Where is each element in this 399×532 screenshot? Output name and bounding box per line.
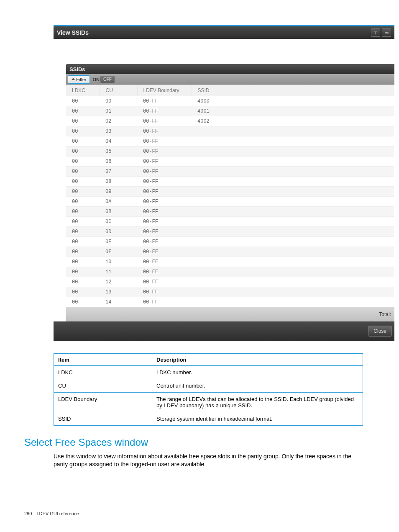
col-cu-header[interactable]: CU <box>100 85 137 96</box>
table-row[interactable]: 001000-FF <box>66 257 394 267</box>
table-row[interactable]: 001200-FF <box>66 277 394 287</box>
cell-cu: 12 <box>100 277 137 287</box>
ref-row: LDEV BoundaryThe range of LDEVs that can… <box>54 393 363 412</box>
cell-boundary: 00-FF <box>137 96 192 106</box>
cell-ssid <box>192 217 221 227</box>
cell-ldkc: 00 <box>66 126 100 136</box>
cell-ssid <box>192 297 221 307</box>
cell-ldkc: 00 <box>66 227 100 237</box>
cell-blank <box>221 187 394 197</box>
table-row[interactable]: 000700-FF <box>66 167 394 177</box>
cell-ldkc: 00 <box>66 267 100 277</box>
cell-cu: 0F <box>100 247 137 257</box>
cell-ssid <box>192 157 221 167</box>
col-ldkc-header[interactable]: LDKC <box>66 85 100 96</box>
table-row[interactable]: 000D00-FF <box>66 227 394 237</box>
cell-ssid <box>192 277 221 287</box>
ref-item-cell: SSID <box>54 412 152 426</box>
section-heading: Select Free Spaces window <box>24 437 399 448</box>
cell-cu: 0B <box>100 207 137 217</box>
ref-desc-header: Description <box>152 354 363 366</box>
cell-boundary: 00-FF <box>137 116 192 126</box>
cell-boundary: 00-FF <box>137 277 192 287</box>
cell-ldkc: 00 <box>66 287 100 297</box>
cell-cu: 08 <box>100 177 137 187</box>
collapse-icon[interactable]: 〒 <box>371 28 380 37</box>
table-row[interactable]: 000500-FF <box>66 146 394 157</box>
cell-cu: 0A <box>100 197 137 207</box>
cell-cu: 14 <box>100 297 137 307</box>
filter-button[interactable]: Filter <box>68 75 90 84</box>
close-button-label: Close <box>373 328 386 334</box>
cell-boundary: 00-FF <box>137 136 192 146</box>
table-row[interactable]: 000300-FF <box>66 126 394 136</box>
cell-ssid <box>192 207 221 217</box>
cell-boundary: 00-FF <box>137 106 192 116</box>
cell-ssid <box>192 136 221 146</box>
ref-row: SSIDStorage system identifier in hexadec… <box>54 412 363 426</box>
filter-on-off-toggle[interactable]: ON OFF <box>92 76 115 83</box>
cell-blank <box>221 116 394 126</box>
totals-label: Total: <box>379 311 391 317</box>
cell-cu: 09 <box>100 187 137 197</box>
cell-boundary: 00-FF <box>137 237 192 247</box>
cell-cu: 13 <box>100 287 137 297</box>
cell-blank <box>221 287 394 297</box>
ssids-table: LDKC CU LDEV Boundary SSID 000000-FF4000… <box>66 85 394 307</box>
ref-desc-cell: Control unit number. <box>152 379 363 393</box>
cell-ldkc: 00 <box>66 157 100 167</box>
cell-ssid <box>192 167 221 177</box>
table-row[interactable]: 000F00-FF <box>66 247 394 257</box>
cell-cu: 06 <box>100 157 137 167</box>
col-boundary-header[interactable]: LDEV Boundary <box>137 85 192 96</box>
cell-ldkc: 00 <box>66 177 100 187</box>
filter-off-button[interactable]: OFF <box>100 76 115 83</box>
ref-item-cell: CU <box>54 379 152 393</box>
dialog-title: View SSIDs <box>57 29 369 36</box>
cell-boundary: 00-FF <box>137 247 192 257</box>
cell-blank <box>221 277 394 287</box>
cell-blank <box>221 126 394 136</box>
table-row[interactable]: 000600-FF <box>66 157 394 167</box>
cell-boundary: 00-FF <box>137 177 192 187</box>
close-button[interactable]: Close <box>368 326 392 337</box>
table-row[interactable]: 000C00-FF <box>66 217 394 227</box>
cell-cu: 10 <box>100 257 137 267</box>
cell-cu: 0D <box>100 227 137 237</box>
cell-blank <box>221 136 394 146</box>
filter-button-label: Filter <box>76 77 86 82</box>
cell-boundary: 00-FF <box>137 197 192 207</box>
maximize-icon[interactable]: ▭ <box>382 28 391 37</box>
cell-blank <box>221 157 394 167</box>
cell-ldkc: 00 <box>66 217 100 227</box>
panel-header: SSIDs <box>66 64 394 74</box>
table-row[interactable]: 000800-FF <box>66 177 394 187</box>
cell-ssid: 4000 <box>192 96 221 106</box>
footer-section-name: LDEV GUI reference <box>36 511 79 516</box>
cell-ldkc: 00 <box>66 197 100 207</box>
cell-cu: 0E <box>100 237 137 247</box>
dialog-footer: Close <box>54 321 394 341</box>
ref-row: LDKCLDKC number. <box>54 366 363 379</box>
cell-boundary: 00-FF <box>137 287 192 297</box>
table-row[interactable]: 000400-FF <box>66 136 394 146</box>
col-ssid-header[interactable]: SSID <box>192 85 221 96</box>
cell-boundary: 00-FF <box>137 187 192 197</box>
table-row[interactable]: 001100-FF <box>66 267 394 277</box>
table-row[interactable]: 000A00-FF <box>66 197 394 207</box>
cell-ldkc: 00 <box>66 237 100 247</box>
table-row[interactable]: 000200-FF4002 <box>66 116 394 126</box>
cell-cu: 05 <box>100 146 137 157</box>
cell-ssid <box>192 227 221 237</box>
table-row[interactable]: 000100-FF4001 <box>66 106 394 116</box>
cell-ldkc: 00 <box>66 116 100 126</box>
table-row[interactable]: 001300-FF <box>66 287 394 297</box>
cell-blank <box>221 297 394 307</box>
cell-cu: 07 <box>100 167 137 177</box>
ref-desc-cell: LDKC number. <box>152 366 363 379</box>
table-row[interactable]: 000900-FF <box>66 187 394 197</box>
table-row[interactable]: 001400-FF <box>66 297 394 307</box>
table-row[interactable]: 000000-FF4000 <box>66 96 394 106</box>
table-row[interactable]: 000B00-FF <box>66 207 394 217</box>
table-row[interactable]: 000E00-FF <box>66 237 394 247</box>
